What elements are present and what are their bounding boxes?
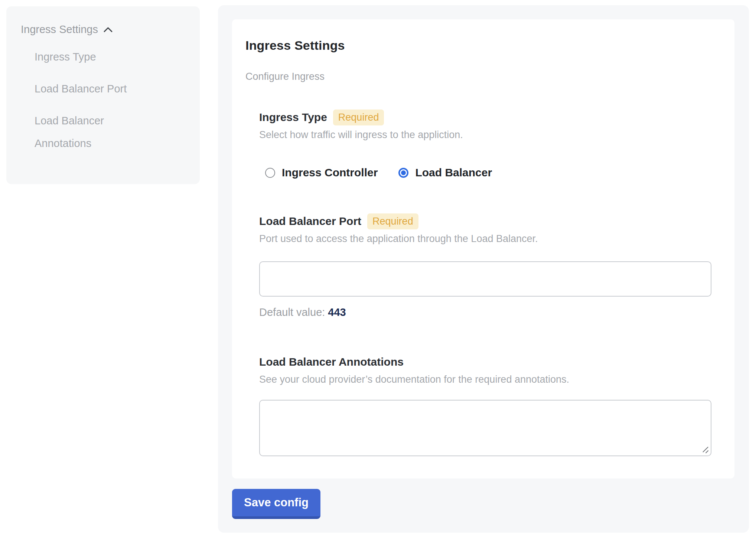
- sidebar-item-load-balancer-annotations[interactable]: Load Balancer Annotations: [35, 110, 161, 155]
- section-load-balancer-annotations: Load Balancer Annotations See your cloud…: [259, 354, 721, 456]
- load-balancer-port-input[interactable]: [259, 261, 711, 297]
- page-title: Ingress Settings: [245, 38, 721, 53]
- sidebar-item-load-balancer-port[interactable]: Load Balancer Port: [35, 78, 161, 100]
- section-ingress-type-head: Ingress Type Required: [259, 109, 721, 125]
- default-value-label: Default value:: [259, 306, 325, 318]
- section-load-balancer-port: Load Balancer Port Required Port used to…: [259, 213, 721, 320]
- ingress-type-label: Ingress Type: [259, 111, 327, 124]
- load-balancer-annotations-label: Load Balancer Annotations: [259, 356, 404, 368]
- required-badge: Required: [333, 110, 384, 125]
- resize-handle-icon[interactable]: [702, 446, 709, 453]
- annotations-textarea-wrap: [259, 400, 711, 456]
- ingress-type-description: Select how traffic will ingress to the a…: [259, 128, 721, 142]
- load-balancer-port-label: Load Balancer Port: [259, 215, 361, 228]
- section-load-balancer-annotations-head: Load Balancer Annotations: [259, 354, 721, 370]
- sidebar-group-ingress-settings[interactable]: Ingress Settings: [21, 23, 189, 36]
- default-value-line: Default value:443: [259, 305, 721, 320]
- save-config-button[interactable]: Save config: [232, 489, 320, 519]
- load-balancer-port-description: Port used to access the application thro…: [259, 232, 721, 246]
- ingress-settings-panel: Ingress Settings Configure Ingress Ingre…: [218, 5, 749, 533]
- required-badge: Required: [367, 213, 418, 229]
- radio-option-load-balancer[interactable]: Load Balancer: [398, 166, 492, 179]
- load-balancer-annotations-description: See your cloud provider’s documentation …: [259, 372, 721, 386]
- radio-label-load-balancer: Load Balancer: [415, 166, 492, 179]
- section-ingress-type: Ingress Type Required Select how traffic…: [259, 109, 721, 179]
- settings-sidebar: Ingress Settings Ingress Type Load Balan…: [6, 6, 200, 184]
- radio-checked-icon[interactable]: [398, 168, 408, 178]
- radio-label-ingress-controller: Ingress Controller: [282, 166, 378, 179]
- section-load-balancer-port-head: Load Balancer Port Required: [259, 213, 721, 229]
- load-balancer-annotations-textarea[interactable]: [259, 400, 711, 456]
- sidebar-anchor-list: Ingress Type Load Balancer Port Load Bal…: [21, 46, 189, 155]
- sidebar-group-label: Ingress Settings: [21, 23, 98, 36]
- sidebar-item-ingress-type[interactable]: Ingress Type: [35, 46, 161, 68]
- page-subtitle: Configure Ingress: [245, 71, 721, 82]
- ingress-type-radio-group: Ingress Controller Load Balancer: [259, 166, 721, 179]
- chevron-up-icon: [102, 25, 114, 35]
- ingress-settings-card: Ingress Settings Configure Ingress Ingre…: [232, 19, 734, 478]
- default-value: 443: [328, 306, 346, 318]
- radio-option-ingress-controller[interactable]: Ingress Controller: [265, 166, 378, 179]
- radio-unchecked-icon[interactable]: [265, 168, 275, 178]
